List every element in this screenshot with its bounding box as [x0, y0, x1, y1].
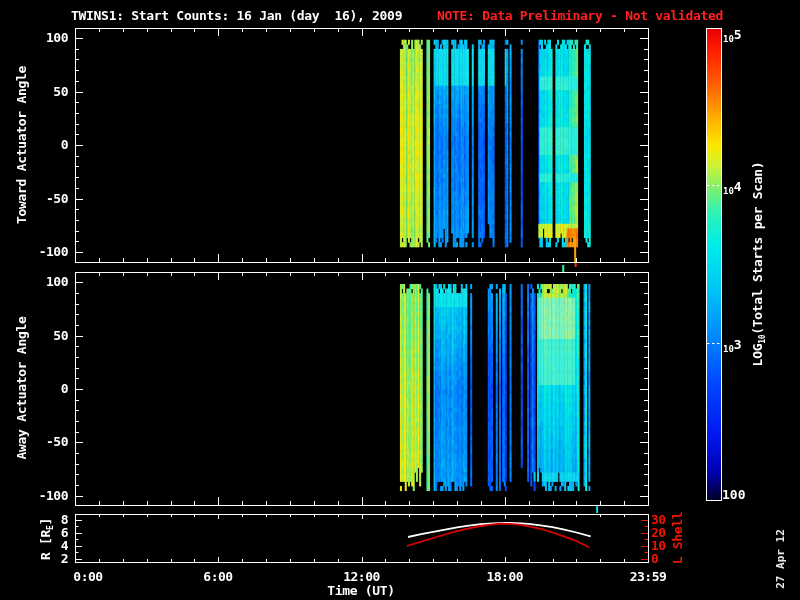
orbit-curve-lshell: [407, 524, 590, 548]
colorbar-title-post: (Total Starts per Scan): [750, 162, 765, 335]
colorbar-tick-exponent: 5: [734, 27, 742, 42]
colorbar-tick-label: 104: [723, 176, 742, 195]
away-tick-label: 0: [24, 381, 68, 396]
time-tick-label: 0:00: [73, 569, 102, 584]
colorbar-tick-base: 10: [723, 186, 734, 196]
colorbar: [707, 29, 722, 501]
toward-tick-label: 100: [24, 30, 68, 45]
orbit-panel-frame: [76, 515, 649, 563]
away-tick-label: 50: [24, 328, 68, 343]
time-tick-label: 23:59: [630, 569, 667, 584]
colorbar-bottom-label: 100: [722, 487, 745, 502]
colorbar-title-sub: 10: [758, 335, 767, 344]
time-tick-label: 18:00: [486, 569, 523, 584]
plot-title: TWINS1: Start Counts: 16 Jan (day 16), 2…: [71, 8, 402, 23]
colorbar-tick-exponent: 4: [734, 179, 742, 194]
toward-tick-label: -50: [24, 191, 68, 206]
time-axis-label: Time (UT): [327, 583, 395, 598]
plot-axes-svg: [0, 0, 800, 600]
colorbar-tick-label: 105: [723, 24, 742, 43]
colorbar-tick-label: 103: [723, 334, 742, 353]
lshell-tick-label: 0: [651, 551, 681, 566]
away-tick-label: -50: [24, 434, 68, 449]
toward-tick-label: -100: [24, 244, 68, 259]
away-tick-label: 100: [24, 274, 68, 289]
toward-panel-frame: [76, 29, 649, 263]
validation-note: NOTE: Data Preliminary - Not validated: [437, 8, 723, 23]
radius-tick-label: 2: [24, 551, 68, 566]
datestamp: 27 Apr 12: [774, 529, 787, 589]
orbit-curve-radius: [408, 523, 591, 537]
colorbar-tick-base: 10: [723, 34, 734, 44]
colorbar-title-pre: LOG: [750, 344, 765, 367]
twins-spectrogram-screen: TWINS1: Start Counts: 16 Jan (day 16), 2…: [0, 0, 800, 600]
away-panel-frame: [76, 273, 649, 506]
toward-tick-label: 0: [24, 137, 68, 152]
time-tick-label: 6:00: [203, 569, 232, 584]
toward-tick-label: 50: [24, 84, 68, 99]
colorbar-tick-base: 10: [723, 344, 734, 354]
colorbar-title: LOG10(Total Starts per Scan): [750, 162, 765, 367]
time-tick-label: 12:00: [343, 569, 380, 584]
away-tick-label: -100: [24, 488, 68, 503]
colorbar-tick-exponent: 3: [734, 337, 742, 352]
